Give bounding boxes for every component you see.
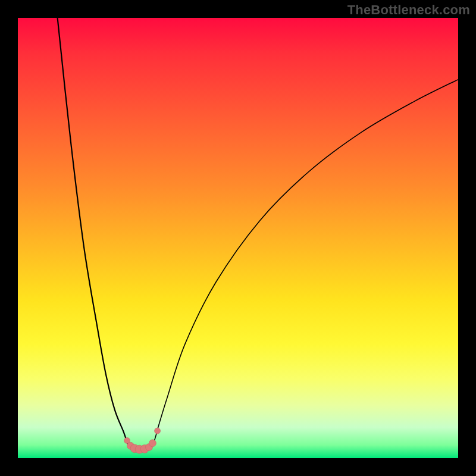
chart-frame: TheBottleneck.com [0,0,476,476]
curve-left-arm [58,18,133,449]
chart-marker [155,428,161,434]
watermark-text: TheBottleneck.com [347,2,470,18]
curve-right-arm [150,80,458,448]
chart-svg [18,18,458,458]
chart-plot-area [18,18,458,458]
chart-markers [124,428,161,453]
chart-marker [149,440,156,447]
